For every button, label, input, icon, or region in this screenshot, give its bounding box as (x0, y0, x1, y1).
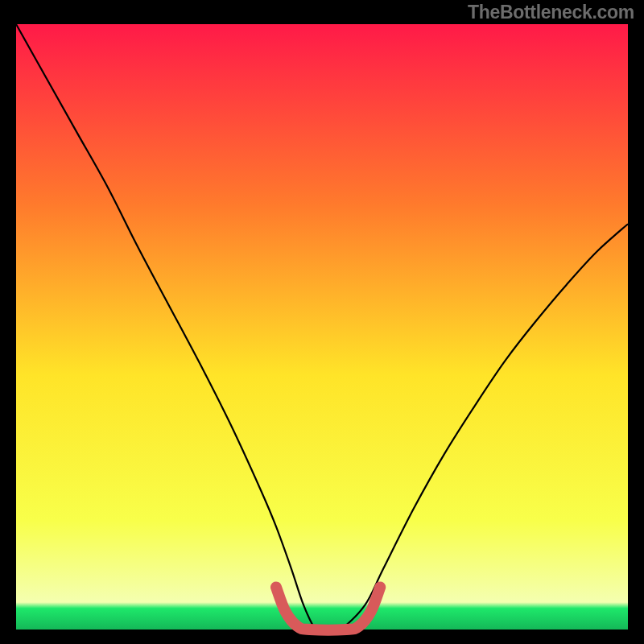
watermark-text: TheBottleneck.com (468, 2, 634, 23)
bottleneck-chart (0, 0, 644, 644)
plot-background (16, 24, 628, 630)
chart-frame: TheBottleneck.com (0, 0, 644, 644)
